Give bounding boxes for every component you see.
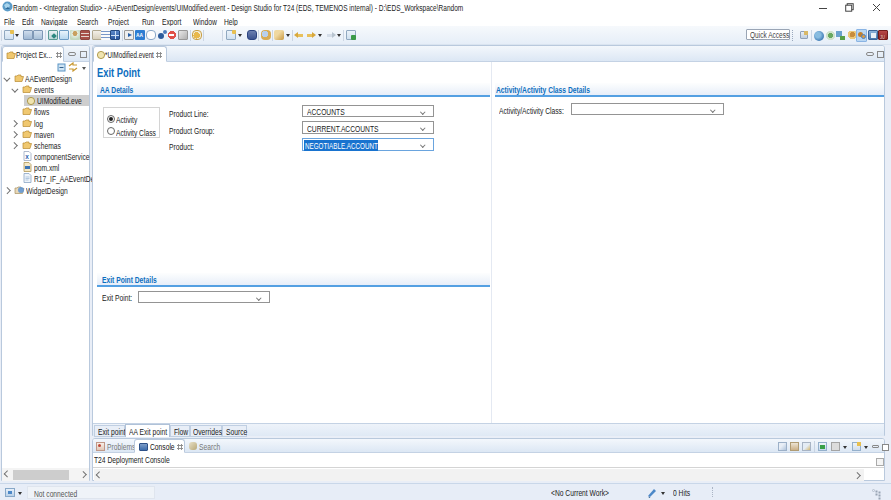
svg-text:x: x	[25, 153, 29, 160]
